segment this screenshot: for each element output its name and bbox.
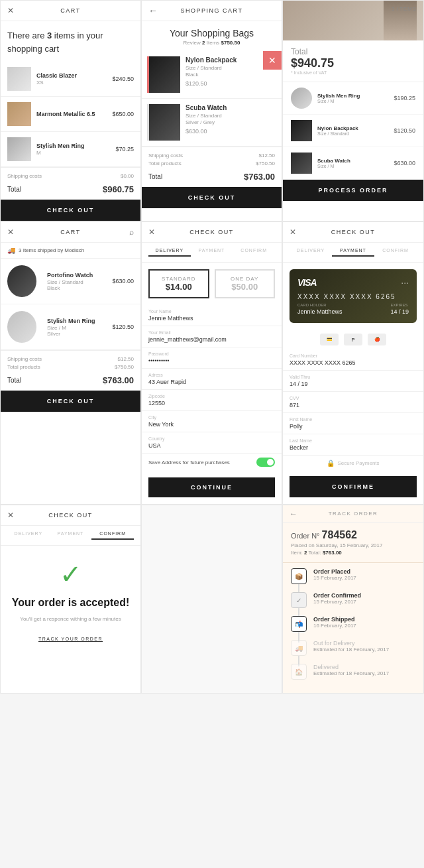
order-placed-content: Order Placed 15 February, 2017 <box>313 568 356 581</box>
cart-item: Classic Blazer XS $240.50 <box>1 62 140 97</box>
valid-thru-field: Valid Thru 14 / 19 <box>283 371 423 392</box>
order-accepted-title: Your order is accepted! <box>11 596 131 610</box>
name-field: Your Name Jennie Matthews <box>142 305 282 326</box>
item-info: Classic Blazer XS <box>36 72 112 86</box>
cart-item: Portofino Watch Size / Standard Black $6… <box>1 259 140 304</box>
mini-item-name: Stylish Men Ring <box>317 93 394 99</box>
card-holder-label: CARD HOLDER <box>297 303 343 307</box>
step-confirm[interactable]: CONFIRM <box>91 531 134 540</box>
shipping-value: $0.00 <box>121 173 134 179</box>
checkout-delivery-panel: ✕ CHECK OUT DELIVERY PAYMENT CONFIRM STA… <box>141 221 282 505</box>
checkout-button-1[interactable]: CHECK OUT <box>1 200 140 221</box>
cvv-label: CVV <box>290 396 417 401</box>
country-label: Country <box>148 436 275 441</box>
delivery-options: STANDARD $14.00 ONE DAY $50.00 <box>142 263 282 305</box>
bag-item-size: Size / Standard <box>186 113 276 119</box>
valid-thru-value: 14 / 19 <box>290 381 417 387</box>
item-name: Stylish Men Ring <box>36 143 115 149</box>
order-items-total: Item: 2 Total: $763.00 <box>291 550 415 556</box>
search-icon[interactable]: ⌕ <box>129 227 134 237</box>
delivered-icon: 🏠 <box>291 664 307 680</box>
step-delivery[interactable]: DELIVERY <box>148 248 191 257</box>
secure-payments-row: 🔒 Secure Payments <box>283 456 423 471</box>
step-payment[interactable]: PAYMENT <box>332 248 374 257</box>
item-sub: XS <box>36 80 112 86</box>
order-accepted-header: ✕ CHECK OUT <box>1 505 140 526</box>
order-n-label: Order N° 784562 <box>291 529 415 541</box>
paypal-icon[interactable]: P <box>344 334 362 345</box>
confirm-button[interactable]: CONFIRME <box>290 476 417 497</box>
expiry-label: EXPIRES <box>390 303 409 307</box>
apple-pay-icon[interactable]: 🍎 <box>368 334 386 345</box>
mini-item-info: Nylon Backpack Size / Standard <box>317 125 394 136</box>
checkout-button-2[interactable]: CHECK OUT <box>142 187 282 208</box>
continue-button[interactable]: CONTINUE <box>148 477 275 497</box>
shipment-notice: 🚚 3 Items shipped by Modisch <box>1 243 140 259</box>
total-label: Total <box>7 186 21 193</box>
close-icon[interactable]: ✕ <box>7 227 14 237</box>
order-confirmed-label: Order Confirmed <box>313 592 361 599</box>
password-value: •••••••••• <box>148 357 275 364</box>
first-name-field: First Name Polly <box>283 413 423 434</box>
cart-item: Stylish Men Ring M $70.25 <box>1 132 140 167</box>
save-address-toggle[interactable] <box>256 458 275 467</box>
bags-heading: Your Shopping Bags <box>142 21 282 40</box>
total-label: Total <box>7 377 21 384</box>
card-number-label: Card Number <box>290 353 417 358</box>
visa-card: VISA ··· XXXX XXXX XXXX 6265 CARD HOLDER… <box>290 269 417 323</box>
step-confirm[interactable]: CONFIRM <box>374 248 417 257</box>
mini-item-price: $190.25 <box>394 95 415 101</box>
track-order-link[interactable]: TRACK YOUR ORDER <box>11 637 131 641</box>
process-order-button[interactable]: PROCESS ORDER <box>283 180 423 201</box>
timeline-item-delivery: 🚚 Out for Delivery Estimated for 18 Febr… <box>291 640 415 656</box>
oneday-delivery-option[interactable]: ONE DAY $50.00 <box>215 269 276 298</box>
card-number-display: XXXX XXXX XXXX 6265 <box>297 293 409 300</box>
back-icon[interactable]: ← <box>148 5 158 16</box>
mini-item-image <box>291 88 312 109</box>
mini-item-size: Size / Standard <box>317 131 394 136</box>
item-info: Stylish Men Ring M <box>36 143 115 156</box>
delivery-type: STANDARD <box>155 276 203 282</box>
close-icon[interactable]: ✕ <box>148 227 155 237</box>
cart-items-2: Portofino Watch Size / Standard Black $6… <box>1 259 140 350</box>
cart-summary-2: Shipping costs $12.50 Total products $75… <box>1 350 140 391</box>
item-image <box>7 137 31 161</box>
cart-header-1: ✕ CART <box>1 1 140 21</box>
order-success-message: You'll get a responce withing a few minu… <box>11 615 131 623</box>
back-arrow-icon[interactable]: ← <box>290 509 297 519</box>
step-confirm[interactable]: CONFIRM <box>233 248 275 257</box>
cart-items-1: Classic Blazer XS $240.50 Marmont Metall… <box>1 62 140 167</box>
close-icon[interactable]: ✕ <box>290 227 296 237</box>
success-checkmark-icon: ✓ <box>11 559 131 589</box>
order-confirmed-content: Order Confirmed 15 February, 2017 <box>313 592 361 605</box>
order-placed-label: Order Placed <box>313 568 356 575</box>
step-delivery[interactable]: DELIVERY <box>7 531 50 540</box>
order-success-section: ✓ Your order is accepted! You'll get a r… <box>1 546 140 654</box>
close-icon[interactable]: ✕ <box>7 6 14 15</box>
step-payment[interactable]: PAYMENT <box>50 531 92 540</box>
cart-summary-1: Shipping costs $0.00 Total $960.75 <box>1 167 140 200</box>
step-payment[interactable]: PAYMENT <box>191 248 233 257</box>
bag-item: Scuba Watch Size / Standard Silver / Gre… <box>142 99 282 147</box>
address-value: 43 Auer Rapid <box>148 379 275 385</box>
timeline-item-confirmed: ✓ Order Confirmed 15 February, 2017 <box>291 592 415 608</box>
order-shipped-icon: 📬 <box>291 616 307 632</box>
card-pay-icon[interactable]: 💳 <box>320 334 339 345</box>
cart-intro-text: There are 3 items in your shopping cart <box>7 29 134 55</box>
cart-panel-2: ✕ CART ⌕ 🚚 3 Items shipped by Modisch Po… <box>0 221 141 505</box>
card-menu-dots[interactable]: ··· <box>401 277 409 288</box>
cvv-field: CVV 871 <box>283 392 423 413</box>
remove-button[interactable]: ✕ <box>263 51 282 70</box>
total-amount: $960.75 <box>103 184 134 194</box>
mini-item-price: $630.00 <box>394 160 415 166</box>
save-address-label: Save Address for future purchases <box>148 460 230 465</box>
checkout-button-3[interactable]: CHECK OUT <box>1 391 140 412</box>
item-info: Portofino Watch Size / Standard Black <box>47 272 112 291</box>
step-delivery[interactable]: DELIVERY <box>290 248 332 257</box>
bag-item-image <box>147 104 180 141</box>
close-icon[interactable]: ✕ <box>7 511 14 520</box>
out-for-delivery-content: Out for Delivery Estimated for 18 Februa… <box>313 640 389 652</box>
timeline-item-delivered: 🏠 Delivered Estimated for 18 February, 2… <box>291 664 415 680</box>
standard-delivery-option[interactable]: STANDARD $14.00 <box>148 269 209 298</box>
bag-item-price: $630.00 <box>186 128 276 135</box>
